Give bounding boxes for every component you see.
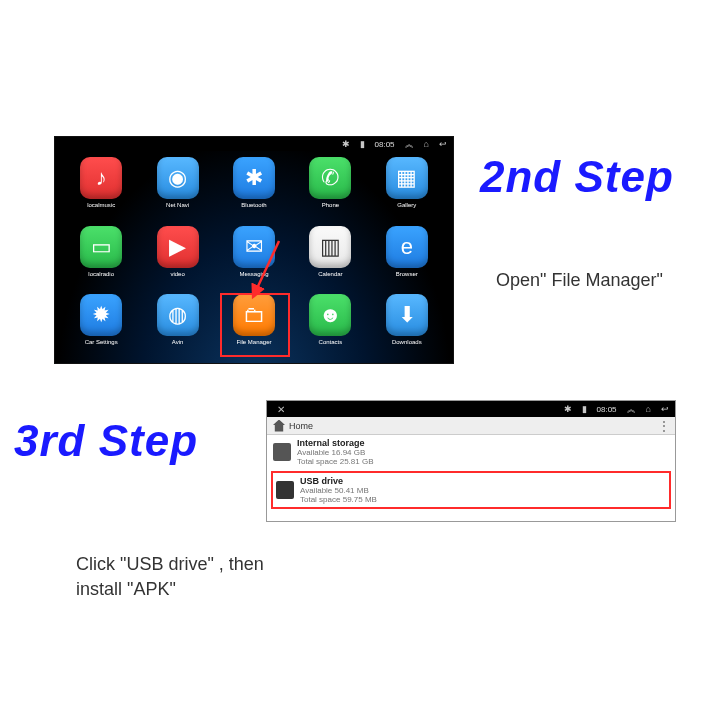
app-video[interactable]: ▶video (141, 226, 213, 289)
up-chevron-icon: ︽ (627, 403, 636, 416)
step3-screenshot: ✕ ✱ ▮ 08:05 ︽ ⌂ ↩ Home ⋮ Internal storag… (266, 400, 676, 522)
row-total: Total space 59.75 MB (300, 495, 377, 504)
step2-heading: 2nd Step (480, 152, 674, 202)
avin-icon: ◍ (157, 294, 199, 336)
breadcrumb[interactable]: Home ⋮ (267, 417, 675, 435)
app-net-navi[interactable]: ◉Net Navi (141, 157, 213, 220)
app-messaging[interactable]: ✉Messaging (218, 226, 290, 289)
messaging-icon: ✉ (233, 226, 275, 268)
row-avail: Available 50.41 MB (300, 486, 377, 495)
app-bluetooth[interactable]: ✱Bluetooth (218, 157, 290, 220)
app-car-settings[interactable]: ✹Car Settings (65, 294, 137, 357)
bluetooth-icon: ✱ (342, 139, 350, 149)
car-settings-icon: ✹ (80, 294, 122, 336)
app-label: video (170, 271, 184, 277)
downloads-icon: ⬇ (386, 294, 428, 336)
app-label: Avin (172, 339, 184, 345)
localmusic-icon: ♪ (80, 157, 122, 199)
app-browser[interactable]: eBrowser (371, 226, 443, 289)
app-label: Messaging (239, 271, 268, 277)
signal-icon: ▮ (360, 139, 365, 149)
app-label: Car Settings (85, 339, 118, 345)
row-title: Internal storage (297, 438, 374, 448)
app-label: File Manager (236, 339, 271, 345)
usb-drive-icon (276, 481, 294, 499)
app-label: Phone (322, 202, 339, 208)
file-manager-icon: 🗀 (233, 294, 275, 336)
back-icon[interactable]: ↩ (439, 139, 447, 149)
up-chevron-icon: ︽ (405, 138, 414, 151)
app-file-manager[interactable]: 🗀File Manager (218, 294, 290, 357)
calendar-icon: ▥ (309, 226, 351, 268)
status-bar: ✱ ▮ 08:05 ︽ ⌂ ↩ (55, 137, 453, 151)
home-breadcrumb-icon (273, 420, 285, 432)
breadcrumb-label: Home (289, 421, 313, 431)
bluetooth-icon: ✱ (233, 157, 275, 199)
row-title: USB drive (300, 476, 377, 486)
status-time: 08:05 (597, 405, 617, 414)
phone-icon: ✆ (309, 157, 351, 199)
status-time: 08:05 (375, 140, 395, 149)
back-icon[interactable]: ↩ (661, 404, 669, 414)
app-grid: ♪localmusic◉Net Navi✱Bluetooth✆Phone▦Gal… (65, 157, 443, 357)
app-label: localradio (88, 271, 114, 277)
internal-storage-icon (273, 443, 291, 461)
signal-icon: ▮ (582, 404, 587, 414)
app-label: localmusic (87, 202, 115, 208)
storage-row-internal[interactable]: Internal storage Available 16.94 GB Tota… (267, 435, 675, 469)
app-label: Calendar (318, 271, 342, 277)
app-label: Browser (396, 271, 418, 277)
status-bar: ✕ ✱ ▮ 08:05 ︽ ⌂ ↩ (267, 401, 675, 417)
app-localmusic[interactable]: ♪localmusic (65, 157, 137, 220)
app-label: Bluetooth (241, 202, 266, 208)
row-total: Total space 25.81 GB (297, 457, 374, 466)
video-icon: ▶ (157, 226, 199, 268)
app-calendar[interactable]: ▥Calendar (294, 226, 366, 289)
app-contacts[interactable]: ☻Contacts (294, 294, 366, 357)
net-navi-icon: ◉ (157, 157, 199, 199)
step3-heading: 3rd Step (14, 416, 198, 466)
app-label: Downloads (392, 339, 422, 345)
app-downloads[interactable]: ⬇Downloads (371, 294, 443, 357)
storage-row-usb[interactable]: USB drive Available 50.41 MB Total space… (271, 471, 671, 509)
app-label: Contacts (319, 339, 343, 345)
row-avail: Available 16.94 GB (297, 448, 374, 457)
app-gallery[interactable]: ▦Gallery (371, 157, 443, 220)
home-icon[interactable]: ⌂ (646, 404, 651, 414)
browser-icon: e (386, 226, 428, 268)
close-icon[interactable]: ✕ (277, 404, 285, 415)
app-label: Net Navi (166, 202, 189, 208)
step3-caption: Click "USB drive" , then install "APK" (76, 552, 296, 602)
app-avin[interactable]: ◍Avin (141, 294, 213, 357)
step2-caption: Open" File Manager" (496, 268, 672, 293)
app-localradio[interactable]: ▭localradio (65, 226, 137, 289)
app-phone[interactable]: ✆Phone (294, 157, 366, 220)
localradio-icon: ▭ (80, 226, 122, 268)
gallery-icon: ▦ (386, 157, 428, 199)
step2-screenshot: ✱ ▮ 08:05 ︽ ⌂ ↩ ♪localmusic◉Net Navi✱Blu… (54, 136, 454, 364)
bluetooth-icon: ✱ (564, 404, 572, 414)
home-icon[interactable]: ⌂ (424, 139, 429, 149)
app-label: Gallery (397, 202, 416, 208)
overflow-menu-icon[interactable]: ⋮ (658, 419, 669, 433)
contacts-icon: ☻ (309, 294, 351, 336)
